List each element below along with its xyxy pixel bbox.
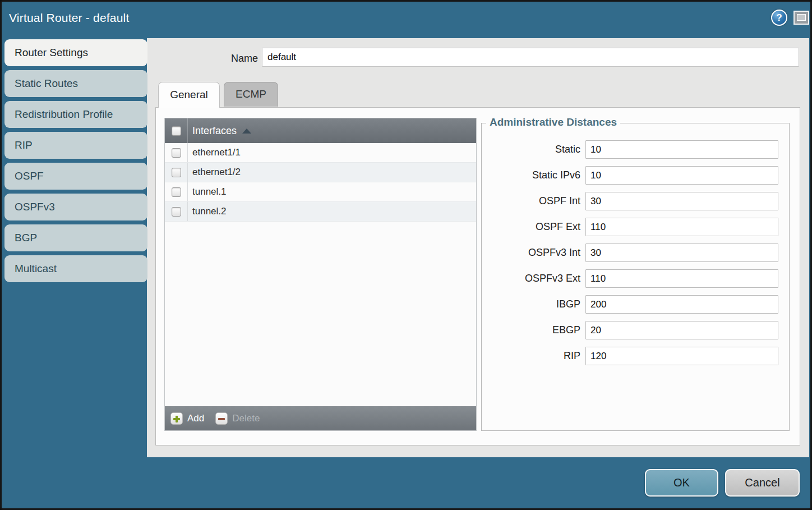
sort-ascending-icon [242,128,251,134]
ospf-ext-label: OSPF Ext [482,221,585,233]
ospf-ext-input[interactable] [585,218,778,236]
help-icon[interactable]: ? [771,10,787,26]
add-button-label: Add [187,413,204,424]
ospf-int-label: OSPF Int [482,195,585,207]
dialog-title: Virtual Router - default [9,11,130,25]
row-checkbox[interactable] [172,187,181,197]
sidebar-item-bgp[interactable]: BGP [4,224,147,251]
ospfv3-ext-label: OSPFv3 Ext [482,273,585,284]
ebgp-input[interactable] [585,321,778,339]
rip-input[interactable] [585,347,778,365]
table-empty-space [165,222,476,406]
name-field-label: Name [209,49,258,67]
cancel-button[interactable]: Cancel [725,469,800,497]
delete-button[interactable]: Delete [215,412,260,425]
sidebar-item-ospf[interactable]: OSPF [4,163,147,190]
minus-icon [215,412,228,425]
static-ipv6-label: Static IPv6 [482,169,585,181]
sidebar-item-rip[interactable]: RIP [4,132,147,159]
select-all-checkbox[interactable] [172,126,181,136]
maximize-icon[interactable] [793,11,809,25]
tab-general[interactable]: General [158,82,220,108]
interface-name: ethernet1/2 [188,167,241,178]
ibgp-input[interactable] [585,295,778,314]
static-input[interactable] [585,140,778,159]
table-row[interactable]: ethernet1/2 [165,163,476,182]
static-ipv6-input[interactable] [585,166,778,185]
ospfv3-ext-input[interactable] [585,269,778,288]
add-button[interactable]: Add [170,412,204,425]
virtual-router-dialog: Virtual Router - default ? Router Settin… [0,0,812,510]
ospfv3-int-input[interactable] [585,243,778,262]
name-input[interactable] [262,48,799,67]
maximize-icon-inner [797,14,806,21]
sidebar-item-redistribution-profile[interactable]: Redistribution Profile [4,101,147,128]
table-row[interactable]: tunnel.2 [165,202,476,222]
rip-label: RIP [482,350,585,362]
ok-button[interactable]: OK [645,469,718,497]
row-checkbox[interactable] [172,207,181,217]
table-toolbar: Add Delete [165,406,476,430]
ospfv3-int-label: OSPFv3 Int [482,247,585,259]
row-checkbox[interactable] [172,148,181,158]
sidebar-item-static-routes[interactable]: Static Routes [4,70,147,97]
interfaces-table: Interfaces ethernet1/1 ethernet1/2 tunne… [164,118,477,431]
sidebar-item-multicast[interactable]: Multicast [4,255,147,282]
table-row[interactable]: tunnel.1 [165,182,476,202]
delete-button-label: Delete [232,413,260,424]
sidebar: Router Settings Static Routes Redistribu… [4,39,147,286]
plus-icon [170,412,183,425]
interface-name: tunnel.1 [188,186,227,197]
ebgp-label: EBGP [482,324,585,336]
sidebar-item-ospfv3[interactable]: OSPFv3 [4,194,147,220]
interfaces-column-header[interactable]: Interfaces [165,118,476,143]
sidebar-item-router-settings[interactable]: Router Settings [4,39,147,66]
administrative-distances-title: Administrative Distances [486,116,620,128]
tab-ecmp[interactable]: ECMP [224,82,278,107]
interfaces-header-label: Interfaces [192,125,237,137]
administrative-distances-group: Administrative Distances Static Static I… [481,123,790,431]
static-label: Static [482,144,585,155]
row-checkbox[interactable] [172,168,181,177]
ospf-int-input[interactable] [585,192,778,210]
ibgp-label: IBGP [482,298,585,310]
interface-name: ethernet1/1 [188,147,241,158]
interface-name: tunnel.2 [188,206,227,217]
table-row[interactable]: ethernet1/1 [165,143,476,163]
